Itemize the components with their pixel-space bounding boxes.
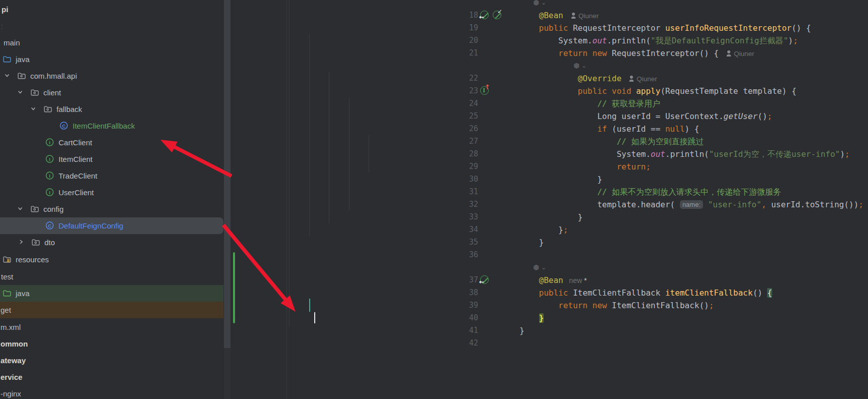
bean-inlay-icon[interactable]: ⬢ [533, 264, 539, 271]
implements-method-icon[interactable]: I↑ [480, 86, 489, 95]
tree-item-defaultfeignconfig[interactable]: CDefaultFeignConfig [0, 217, 223, 234]
tree-item--nginx[interactable]: -nginx [0, 385, 223, 399]
tree-item-dto[interactable]: dto [0, 234, 223, 251]
line-number[interactable]: 18 [464, 9, 478, 22]
tree-item-resources[interactable]: resources [0, 251, 223, 268]
inlay-hint-row[interactable]: ⬢⌄ [461, 60, 868, 72]
line-number[interactable]: 39 [464, 299, 478, 312]
code-line-22[interactable]: 22 @OverrideQiuner [461, 72, 868, 85]
code-line-30[interactable]: 30 } [461, 173, 868, 186]
vcs-added-lines-stripe[interactable] [233, 252, 235, 323]
chevron-down-icon[interactable] [4, 72, 13, 80]
line-number[interactable]: 23 [464, 85, 478, 97]
code-line-21[interactable]: 21 return new RequestInterceptor() {Qiun… [461, 47, 868, 60]
tree-item-com-hmall-api[interactable]: com.hmall.api [0, 68, 223, 84]
code-line-38[interactable]: 38 public ItemClientFallback itemClientF… [461, 287, 868, 299]
code-line-40[interactable]: 40 } [461, 312, 868, 324]
code-line-29[interactable]: 29 return; [461, 160, 868, 173]
code-line-33[interactable]: 33 } [461, 211, 868, 223]
tree-item-ateway[interactable]: ateway [0, 352, 223, 369]
tree-scrollbar-thumb[interactable] [224, 0, 230, 348]
inlay-hint-row[interactable]: ⬢⌄ [461, 0, 868, 9]
tree-item-label: java [16, 289, 30, 298]
line-number[interactable]: 38 [464, 287, 478, 299]
chevron-down-icon[interactable]: ⌄ [582, 63, 586, 69]
tree-item-java[interactable]: java [0, 285, 223, 302]
code-line-25[interactable]: 25 Long userId = UserContext.getUser(); [461, 110, 868, 123]
line-number[interactable]: 32 [464, 198, 478, 211]
chevron-down-icon[interactable] [17, 205, 26, 213]
code-line-31[interactable]: 31 // 如果不为空则放入请求头中，传递给下游微服务 [461, 186, 868, 198]
code-line-39[interactable]: 39 return new ItemClientFallback(); [461, 299, 868, 312]
tree-item-ommon[interactable]: ommon [0, 335, 223, 352]
code-line-26[interactable]: 26 if (userId == null) { [461, 123, 868, 135]
code-line-37[interactable]: 37← @Bean new * [461, 274, 868, 287]
line-number[interactable]: 29 [464, 160, 478, 173]
line-number[interactable]: 20 [464, 34, 478, 47]
tree-item-itemclientfallback[interactable]: CItemClientFallback [0, 118, 223, 134]
chevron-down-icon[interactable] [30, 105, 39, 113]
code-line-32[interactable]: 32 template.header( name: "user-info", u… [461, 198, 868, 211]
code-editor[interactable]: ⬢⌄18←✓ @BeanQiuner19 public RequestInter… [230, 0, 868, 399]
tree-item-label: ateway [1, 356, 26, 365]
spring-bean-icon[interactable]: ← [480, 11, 489, 20]
code-text: Long userId = UserContext.getUser(); [519, 110, 772, 123]
chevron-down-icon[interactable]: ⌄ [541, 264, 546, 271]
code-line-42[interactable]: 42 [461, 337, 868, 350]
tree-item--[interactable]: : [0, 18, 223, 34]
bean-inlay-icon[interactable]: ⬢ [533, 0, 539, 6]
line-number[interactable]: 30 [464, 173, 478, 186]
inlay-hint-row[interactable]: ⬢⌄ [461, 261, 868, 274]
code-line-19[interactable]: 19 public RequestInterceptor userInfoReq… [461, 22, 868, 34]
tree-item-test[interactable]: test [0, 268, 223, 285]
tree-item-userclient[interactable]: IUserClient [0, 184, 223, 201]
code-line-28[interactable]: 28 System.out.println("userId为空，不传递user-… [461, 148, 868, 160]
line-number[interactable]: 36 [464, 249, 478, 261]
tree-item-client[interactable]: client [0, 84, 223, 101]
tree-item-pi[interactable]: pi [0, 1, 223, 18]
line-number[interactable]: 41 [464, 324, 478, 337]
bean-inlay-icon[interactable]: ⬢ [573, 62, 580, 69]
line-number[interactable]: 25 [464, 110, 478, 123]
code-text: } [519, 312, 544, 324]
line-number[interactable]: 28 [464, 148, 478, 160]
code-line-18[interactable]: 18←✓ @BeanQiuner [461, 9, 868, 22]
code-line-24[interactable]: 24 // 获取登录用户 [461, 97, 868, 110]
tree-item-get[interactable]: get [0, 302, 223, 318]
spring-bean-ok-icon[interactable]: ✓ [493, 11, 502, 20]
chevron-down-icon[interactable] [17, 88, 26, 97]
line-number[interactable]: 26 [464, 123, 478, 135]
line-number[interactable]: 27 [464, 135, 478, 148]
line-number[interactable]: 31 [464, 186, 478, 198]
code-line-23[interactable]: 23I↑ public void apply(RequestTemplate t… [461, 85, 868, 97]
code-line-36[interactable]: 36 [461, 249, 868, 261]
line-number[interactable]: 22 [464, 72, 478, 85]
code-line-41[interactable]: 41} [461, 324, 868, 337]
tree-item-fallback[interactable]: fallback [0, 101, 223, 118]
project-tree[interactable]: pi:mainjavacom.hmall.apiclientfallbackCI… [0, 0, 223, 399]
chevron-down-icon[interactable]: ⌄ [541, 0, 546, 6]
line-number[interactable]: 24 [464, 97, 478, 110]
code-line-27[interactable]: 27 // 如果为空则直接跳过 [461, 135, 868, 148]
line-number[interactable]: 33 [464, 211, 478, 223]
code-line-34[interactable]: 34 }; [461, 223, 868, 236]
tree-item-java[interactable]: java [0, 51, 223, 68]
line-number[interactable]: 42 [464, 337, 478, 350]
tree-item-tradeclient[interactable]: ITradeClient [0, 167, 223, 184]
chevron-right-icon[interactable] [18, 238, 27, 247]
spring-bean-icon[interactable]: ← [480, 275, 489, 284]
tree-item-ervice[interactable]: ervice [0, 369, 223, 385]
line-number[interactable]: 37 [464, 274, 478, 287]
line-number[interactable]: 21 [464, 47, 478, 60]
tree-item-main[interactable]: main [0, 34, 223, 51]
line-number[interactable]: 35 [464, 236, 478, 249]
line-number[interactable]: 34 [464, 223, 478, 236]
tree-item-config[interactable]: config [0, 201, 223, 217]
line-number[interactable]: 19 [464, 22, 478, 34]
code-line-20[interactable]: 20 System.out.println("我是DefaultFeignCon… [461, 34, 868, 47]
tree-item-itemclient[interactable]: IItemClient [0, 151, 223, 167]
tree-item-m-xml[interactable]: m.xml [0, 319, 223, 335]
line-number[interactable]: 40 [464, 312, 478, 324]
tree-item-cartclient[interactable]: ICartClient [0, 134, 223, 151]
code-line-35[interactable]: 35 } [461, 236, 868, 249]
